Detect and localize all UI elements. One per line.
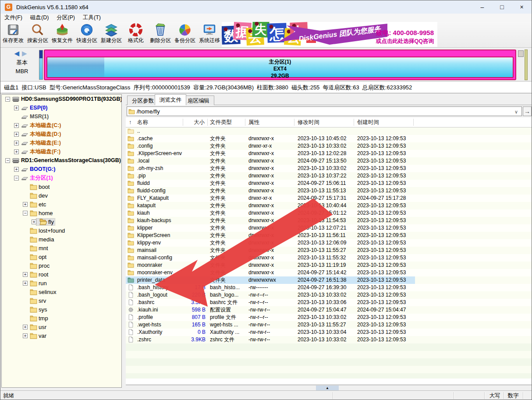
file-row-printer-data[interactable]: printer_data文件夹drwxrwxrwx2024-09-27 16:5… xyxy=(126,276,415,284)
tree-item-srv[interactable]: srv xyxy=(2,296,121,305)
toolbar-button-format[interactable]: 格式化 xyxy=(124,23,148,47)
tree-item--1-[interactable]: −主分区(1) xyxy=(2,173,121,182)
tree-item-boot-g-[interactable]: +BOOT(G:) xyxy=(2,165,121,173)
tree-expander-minus[interactable]: − xyxy=(23,211,28,216)
menu-item-0[interactable]: 文件(F) xyxy=(0,14,26,22)
ad-banner[interactable]: 数据丢失怎么办！ DiskGenius 团队为您服务 致电: 400-008-9… xyxy=(222,22,437,47)
file-row--oh-my-zsh[interactable]: .oh-my-zsh文件夹drwxrwxr-x2023-10-13 10:33:… xyxy=(126,165,532,172)
tree-item-rd1-genericmassstorageclass-30gb-[interactable]: −RD1:GenericMassStorageClass(30GB) xyxy=(2,156,121,165)
collapse-panel-button[interactable]: ▲ xyxy=(316,386,339,390)
file-row--bashrc[interactable]: .bashrc3.5KBbashrc 文件-rw-r--r--2023-10-1… xyxy=(126,299,532,306)
tree-item-media[interactable]: media xyxy=(2,235,121,244)
tree-item-root[interactable]: +root xyxy=(2,270,121,279)
tree-item--f-[interactable]: +本地磁盘(F:) xyxy=(2,147,121,156)
file-row-klippy-env[interactable]: klippy-env文件夹drwxrwxr-x2023-10-13 12:06:… xyxy=(126,239,532,247)
tab-browse-files[interactable]: 浏览文件 xyxy=(155,94,186,105)
toolbar-button-save[interactable]: 保存更改 xyxy=(1,23,25,47)
disk-bar[interactable]: 主分区(1) EXT4 29.2GB xyxy=(44,50,516,80)
file-row-moonraker-env[interactable]: moonraker-env文件夹drwxrwxr-x2024-09-27 15:… xyxy=(126,269,532,276)
toolbar-button-new-partition[interactable]: 新建分区 xyxy=(99,23,124,47)
tree-item--c-[interactable]: +本地磁盘(C:) xyxy=(2,121,121,130)
col-type[interactable]: 文件类型 xyxy=(210,117,232,127)
file-row--kiauh-ini[interactable]: .kiauh.ini598 B配置设置-rw-rw-r--2024-09-27 … xyxy=(126,306,532,314)
next-disk-arrow-icon[interactable]: ▶ xyxy=(22,50,30,57)
toolbar-button-delete[interactable]: 删除分区 xyxy=(148,23,173,47)
file-row--bash-history[interactable]: .bash_history17 Bbash_histo...-rw-------… xyxy=(126,284,532,291)
menu-item-1[interactable]: 磁盘(D) xyxy=(26,14,53,22)
tree-item-usr[interactable]: +usr xyxy=(2,322,121,331)
tab-partition-params[interactable]: 分区参数 xyxy=(127,96,159,105)
tree-item-msr-1-[interactable]: MSR(1) xyxy=(2,112,121,121)
tree-item-etc[interactable]: +etc xyxy=(2,200,121,209)
file-row--cache[interactable]: .cache文件夹drwxrwxr-x2023-10-13 10:45:0220… xyxy=(126,135,532,142)
tree-expander-plus[interactable]: + xyxy=(32,219,36,224)
tree-expander-plus[interactable]: + xyxy=(23,202,28,207)
tab-sector-edit[interactable]: 扇区编辑 xyxy=(183,96,214,105)
tree-item-lost-found[interactable]: lost+found xyxy=(2,226,121,235)
toolbar-button-recover[interactable]: 恢复文件 xyxy=(50,23,74,47)
file-row--wget-hsts[interactable]: .wget-hsts165 Bwget-hsts ...-rw-rw-r--20… xyxy=(126,321,532,329)
tree-expander-plus[interactable]: + xyxy=(14,106,19,110)
tree-expander-minus[interactable]: − xyxy=(14,176,19,181)
tree-item-hd0-samsungssd990pro1tb-932gb-[interactable]: −HD0:SamsungSSD990PRO1TB(932GB) xyxy=(2,95,121,103)
file-row--local[interactable]: .local文件夹drwxrwxr-x2024-09-27 15:13:5020… xyxy=(126,157,532,165)
file-row--klipperscreen-env[interactable]: .KlipperScreen-env文件夹drwxrwxr-x2023-10-1… xyxy=(126,150,532,157)
file-row--bash-logout[interactable]: .bash_logout220 Bbash_logo...-rw-r--r--2… xyxy=(126,291,532,299)
tree-expander-minus[interactable]: − xyxy=(5,158,10,163)
tree-item-fly[interactable]: +fly xyxy=(2,217,121,226)
tree-item--e-[interactable]: +本地磁盘(E:) xyxy=(2,138,121,147)
file-row-kiauh[interactable]: kiauh文件夹drwxrwxr-x2024-09-27 15:01:12202… xyxy=(126,209,532,217)
tree-item-boot[interactable]: boot xyxy=(2,182,121,191)
chevron-down-icon[interactable]: ∨ xyxy=(514,110,520,114)
tree-item-run[interactable]: +run xyxy=(2,279,121,287)
tree-item-esp-0-[interactable]: +ESP(0) xyxy=(2,103,121,112)
previous-disk-sliver[interactable] xyxy=(39,50,43,80)
menu-item-3[interactable]: 工具(T) xyxy=(79,14,105,22)
close-button[interactable]: × xyxy=(512,0,532,14)
tree-expander-plus[interactable]: + xyxy=(14,149,19,154)
tree-expander-plus[interactable]: + xyxy=(23,272,28,277)
col-size[interactable]: 大小 xyxy=(184,117,205,127)
file-row--xauthority[interactable]: .Xauthority0 BXauthority ...-rw-rw-r--20… xyxy=(126,329,532,336)
tree-item-var[interactable]: +var xyxy=(2,331,121,340)
maximize-button[interactable]: □ xyxy=(492,0,512,14)
tree-item--d-[interactable]: +本地磁盘(D:) xyxy=(2,130,121,138)
tree-expander-plus[interactable]: + xyxy=(14,132,19,137)
tree-expander-plus[interactable]: + xyxy=(14,167,19,172)
banner-qq-link[interactable]: 或点击此处选择QQ咨询 xyxy=(376,38,434,45)
tree-expander-plus[interactable]: + xyxy=(14,123,19,128)
sort-up-icon[interactable]: ↑ xyxy=(129,117,131,127)
tree-item-selinux[interactable]: selinux xyxy=(2,287,121,296)
file-row--[interactable]: .. xyxy=(126,127,532,135)
tree-item-tmp[interactable]: tmp xyxy=(2,314,121,322)
prev-disk-arrow-icon[interactable]: ◀ xyxy=(14,50,22,57)
disk-scroll-thumb[interactable] xyxy=(518,50,524,57)
file-row-kiauh-backups[interactable]: kiauh-backups文件夹drwxrwxr-x2023-10-13 11:… xyxy=(126,217,532,224)
file-row-fly-katapult[interactable]: FLY_Katapult文件夹drwxr-xr-x2024-09-27 15:1… xyxy=(126,195,532,202)
tree-expander-plus[interactable]: + xyxy=(23,281,28,286)
col-modified[interactable]: 修改时间 xyxy=(298,117,319,127)
col-name[interactable]: 名称 xyxy=(137,117,148,127)
file-row-mainsail[interactable]: mainsail文件夹drwxrwxr-x2023-10-13 11:55:27… xyxy=(126,247,532,254)
file-row--profile[interactable]: .profile807 Bprofile 文件-rw-r--r--2023-10… xyxy=(126,314,532,321)
path-go-button[interactable]: → xyxy=(523,106,532,116)
toolbar-button-quick[interactable]: 快速分区 xyxy=(74,23,99,47)
tree-item-sys[interactable]: sys xyxy=(2,305,121,314)
tree-expander-plus[interactable]: + xyxy=(23,333,28,338)
file-row-moonraker[interactable]: moonraker文件夹drwxrwxr-x2023-10-13 11:19:1… xyxy=(126,262,532,269)
toolbar-button-backup[interactable]: 备份分区 xyxy=(173,23,197,47)
minimize-button[interactable]: – xyxy=(472,0,492,14)
menu-item-2[interactable]: 分区(P) xyxy=(53,14,79,22)
col-created[interactable]: 创建时间 xyxy=(357,117,379,127)
tree-item-home[interactable]: −home xyxy=(2,209,121,217)
file-row-katapult[interactable]: katapult文件夹drwxrwxr-x2023-10-13 10:40:44… xyxy=(126,202,532,209)
toolbar-button-migrate[interactable]: 系统迁移 xyxy=(197,23,222,47)
file-row-mainsail-config[interactable]: mainsail-config文件夹drwxrwxr-x2023-10-13 1… xyxy=(126,254,532,262)
partition-bar[interactable]: 主分区(1) EXT4 29.2GB xyxy=(46,57,514,78)
file-row--config[interactable]: .config文件夹drwxr-xr-x2023-10-13 10:33:022… xyxy=(126,142,532,150)
file-row--zshrc[interactable]: .zshrc3.9KBzshrc 文件-rw-rw-r--2023-10-13 … xyxy=(126,336,532,343)
tree-expander-plus[interactable]: + xyxy=(23,325,28,329)
tree-item-proc[interactable]: proc xyxy=(2,261,121,270)
file-row-klipper[interactable]: klipper文件夹drwxrwxr-x2023-10-13 12:07:212… xyxy=(126,224,532,232)
file-row-fluidd[interactable]: fluidd文件夹drwxrwxr-x2024-09-27 15:06:1120… xyxy=(126,180,532,187)
